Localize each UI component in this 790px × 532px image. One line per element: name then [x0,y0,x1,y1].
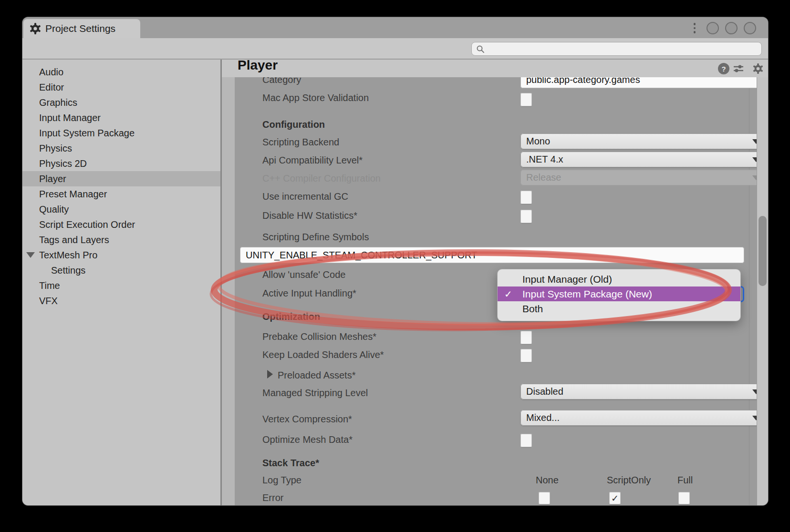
search-input[interactable] [485,44,743,54]
chevron-down-icon [752,389,757,394]
sidebar-item-physics-2d[interactable]: Physics 2D [22,156,220,171]
preloaded-assets-label[interactable]: Preloaded Assets* [278,370,355,381]
api-compatibility-value: .NET 4.x [526,154,563,165]
tab-project-settings[interactable]: Project Settings [23,19,140,38]
check-icon: ✓ [504,288,517,300]
help-icon[interactable]: ? [718,63,729,74]
sidebar-item-label: Physics 2D [39,158,87,169]
sidebar-item-label: Preset Manager [39,189,107,200]
sidebar-item-label: Audio [39,67,63,78]
sidebar-item-label: Time [39,280,60,291]
api-compatibility-label: Api Compatibility Level* [262,155,363,166]
gear-icon[interactable] [752,63,764,74]
sidebar-item-input-manager[interactable]: Input Manager [22,110,220,125]
page-title: Player [238,58,278,73]
chevron-down-icon [752,139,757,144]
content-left-margin [222,77,235,505]
vertex-compression-label: Vertex Compression* [262,414,352,425]
mac-app-store-validation-label: Mac App Store Validation [262,92,369,103]
scrollbar-thumb[interactable] [759,216,767,286]
sidebar-item-label: VFX [39,296,58,307]
popup-item-input-manager-old[interactable]: Input Manager (Old) [498,272,740,286]
window-button-1[interactable] [707,22,719,34]
project-settings-window: Project Settings AudioEditorGraphicsInpu… [22,17,768,505]
managed-stripping-level-dropdown[interactable]: Disabled [520,384,757,399]
vertical-scrollbar[interactable] [757,77,768,505]
window-button-3[interactable] [744,22,756,34]
presets-icon[interactable] [733,63,744,74]
sidebar-item-editor[interactable]: Editor [22,80,220,95]
sidebar-item-label: Input System Package [39,128,135,139]
category-value: public.app-category.games [526,77,640,85]
sidebar-item-label: Editor [39,82,64,93]
scripting-define-symbols-value: UNITY_ENABLE_STEAM_CONTROLLER_SUPPORT [246,250,477,261]
category-label: Category [262,77,301,85]
stack-trace-heading: Stack Trace* [262,458,319,469]
search-icon [476,44,485,54]
configuration-heading: Configuration [262,119,325,130]
sidebar-item-label: Physics [39,143,72,154]
settings-sidebar: AudioEditorGraphicsInput ManagerInput Sy… [22,60,220,505]
popup-item-both[interactable]: Both [498,301,740,316]
sidebar-item-graphics[interactable]: Graphics [22,95,220,110]
log-type-label: Log Type [262,475,301,486]
managed-stripping-level-label: Managed Stripping Level [262,388,368,399]
window-button-2[interactable] [725,22,738,34]
foldout-down-icon[interactable] [26,252,35,258]
sidebar-item-player[interactable]: Player [22,171,220,186]
active-input-handling-label: Active Input Handling* [262,288,356,299]
tab-bar: Project Settings [22,17,768,38]
chevron-down-icon [752,157,757,162]
chevron-down-icon [752,175,757,180]
chevron-down-icon [752,416,757,420]
disable-hw-statistics-label: Disable HW Statistics* [262,210,357,221]
sidebar-item-settings[interactable]: Settings [22,263,220,278]
vertex-compression-dropdown[interactable]: Mixed... [520,410,757,426]
sidebar-item-audio[interactable]: Audio [22,64,220,80]
keep-loaded-shaders-checkbox[interactable] [520,349,532,362]
popup-item-label: Input System Package (New) [522,288,652,300]
cpp-compiler-label: C++ Compiler Configuration [262,173,381,184]
popup-item-label: Both [522,303,543,315]
foldout-right-icon[interactable] [267,370,273,379]
sidebar-item-quality[interactable]: Quality [22,202,220,217]
scripting-backend-dropdown[interactable]: Mono [520,133,757,149]
prebake-collision-meshes-label: Prebake Collision Meshes* [262,331,376,342]
popup-item-input-system-package-new[interactable]: ✓ Input System Package (New) [498,286,740,301]
column-header-none: None [536,475,559,486]
sidebar-item-label: Quality [39,204,69,215]
use-incremental-gc-checkbox[interactable] [520,191,532,204]
sidebar-item-vfx[interactable]: VFX [22,293,220,308]
sidebar-item-label: Graphics [39,97,77,108]
error-full-checkbox[interactable] [678,492,690,504]
vertex-compression-value: Mixed... [526,412,560,423]
sidebar-item-label: Settings [51,265,85,276]
category-field[interactable]: public.app-category.games [520,77,757,88]
kebab-menu-icon[interactable] [692,21,697,35]
sidebar-item-physics[interactable]: Physics [22,141,220,156]
api-compatibility-dropdown[interactable]: .NET 4.x [520,152,757,167]
gear-icon [29,22,42,35]
optimize-mesh-data-checkbox[interactable] [520,434,532,447]
sidebar-item-input-system-package[interactable]: Input System Package [22,125,220,141]
prebake-collision-meshes-checkbox[interactable] [520,331,532,344]
toolbar [22,38,768,59]
sidebar-item-label: Player [39,174,66,184]
scripting-backend-label: Scripting Backend [262,137,339,148]
mac-app-store-validation-checkbox[interactable] [520,93,532,106]
error-row-label: Error [262,492,283,503]
sidebar-item-preset-manager[interactable]: Preset Manager [22,186,220,202]
allow-unsafe-code-label: Allow 'unsafe' Code [262,269,345,280]
error-none-checkbox[interactable] [539,492,550,504]
error-scriptonly-checkbox[interactable]: ✓ [609,492,621,504]
keep-loaded-shaders-label: Keep Loaded Shaders Alive* [262,349,384,360]
disable-hw-statistics-checkbox[interactable] [520,210,532,223]
sidebar-item-script-execution-order[interactable]: Script Execution Order [22,217,220,232]
sidebar-item-tags-and-layers[interactable]: Tags and Layers [22,232,220,247]
scripting-define-symbols-field[interactable]: UNITY_ENABLE_STEAM_CONTROLLER_SUPPORT [240,247,744,263]
sidebar-item-time[interactable]: Time [22,278,220,293]
column-header-full: Full [677,475,693,486]
search-field[interactable] [471,42,762,56]
pane-header: Player ? [222,60,768,77]
sidebar-item-textmesh-pro[interactable]: TextMesh Pro [22,247,220,263]
